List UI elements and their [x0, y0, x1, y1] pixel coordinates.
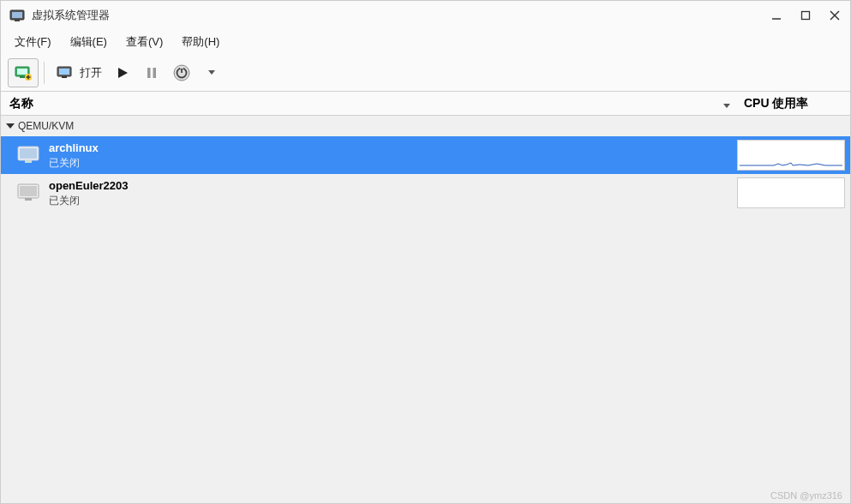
titlebar: 虚拟系统管理器: [1, 1, 850, 30]
menu-edit[interactable]: 编辑(E): [62, 31, 116, 53]
monitor-icon: [16, 183, 40, 203]
svg-rect-25: [25, 160, 32, 163]
vm-row[interactable]: openEuler2203 已关闭: [1, 174, 850, 212]
shutdown-dropdown[interactable]: [197, 58, 226, 87]
menubar: 文件(F) 编辑(E) 查看(V) 帮助(H): [1, 30, 850, 54]
svg-rect-27: [20, 186, 37, 196]
svg-rect-2: [15, 20, 20, 21]
svg-rect-28: [25, 198, 32, 201]
run-button[interactable]: [108, 58, 137, 87]
svg-rect-8: [17, 69, 27, 75]
sort-indicator-icon: [723, 97, 730, 111]
minimize-button[interactable]: [770, 9, 783, 22]
svg-marker-16: [118, 68, 128, 78]
toolbar: 打开: [1, 54, 850, 92]
column-name[interactable]: 名称: [1, 96, 723, 111]
vm-name: openEuler2203: [49, 178, 129, 194]
chevron-down-icon: [208, 70, 215, 75]
cpu-usage-graph: [737, 140, 845, 171]
app-icon: [9, 9, 25, 22]
column-cpu-label: CPU 使用率: [744, 96, 808, 110]
toolbar-separator: [44, 62, 45, 84]
vm-name: archlinux: [49, 141, 99, 156]
column-name-label: 名称: [9, 96, 33, 111]
expand-icon: [6, 123, 15, 129]
vm-row[interactable]: archlinux 已关闭: [1, 136, 850, 174]
open-label: 打开: [80, 65, 102, 81]
vm-status: 已关闭: [49, 156, 99, 170]
svg-rect-14: [59, 69, 69, 75]
vm-status: 已关闭: [49, 194, 129, 207]
column-cpu[interactable]: CPU 使用率: [739, 96, 850, 111]
window-title: 虚拟系统管理器: [32, 8, 770, 23]
cpu-usage-graph: [737, 177, 845, 208]
connection-label: QEMU/KVM: [18, 120, 74, 132]
svg-rect-4: [802, 12, 810, 20]
watermark: CSDN @ymz316: [770, 490, 842, 501]
svg-rect-17: [147, 68, 151, 78]
svg-rect-18: [153, 68, 157, 78]
svg-rect-1: [12, 12, 22, 18]
new-vm-button[interactable]: [8, 58, 39, 87]
pause-button[interactable]: [137, 58, 166, 87]
svg-rect-15: [62, 76, 67, 78]
svg-rect-9: [20, 76, 25, 78]
maximize-button[interactable]: [799, 9, 812, 22]
monitor-icon: [16, 145, 40, 165]
close-button[interactable]: [828, 9, 842, 22]
svg-rect-24: [20, 148, 37, 159]
connection-row[interactable]: QEMU/KVM: [1, 116, 850, 136]
menu-file[interactable]: 文件(F): [6, 31, 60, 53]
menu-view[interactable]: 查看(V): [117, 31, 171, 53]
column-headers: 名称 CPU 使用率: [1, 92, 850, 116]
svg-rect-22: [180, 66, 183, 69]
vm-list: QEMU/KVM archlinux 已关闭: [1, 116, 850, 503]
shutdown-button[interactable]: [166, 58, 197, 87]
menu-help[interactable]: 帮助(H): [173, 31, 228, 53]
open-button[interactable]: 打开: [50, 58, 108, 87]
